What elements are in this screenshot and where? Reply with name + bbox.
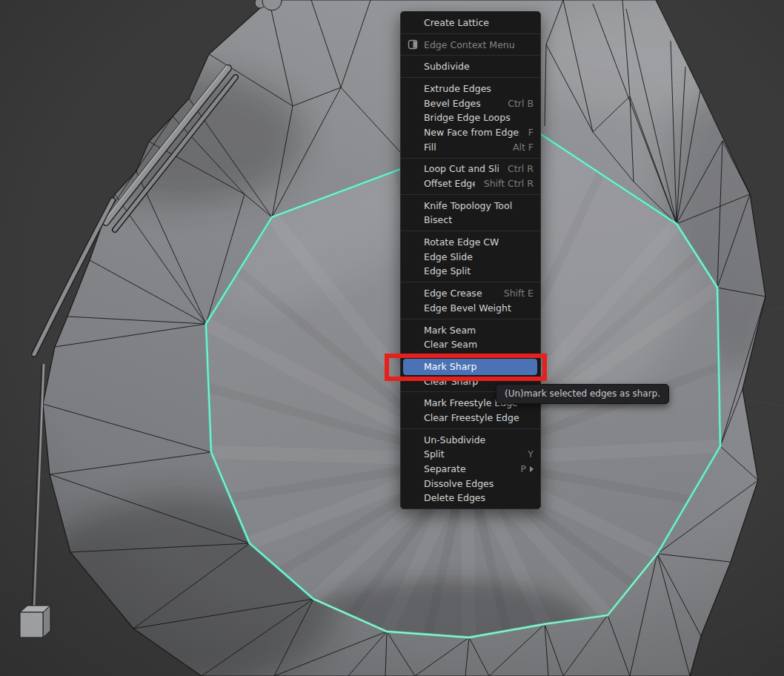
menu-item-dissolve-edges[interactable]: Dissolve Edges — [401, 476, 540, 491]
menu-item-edge-slide[interactable]: Edge Slide — [401, 249, 540, 264]
menu-item-label: Edge Split — [424, 265, 534, 276]
menu-item-un-subdivide[interactable]: Un-Subdivide — [401, 432, 540, 447]
menu-item-new-face-from-edges[interactable]: New Face from EdgesF — [401, 125, 540, 140]
menu-item-fill[interactable]: FillAlt F — [401, 139, 540, 154]
menu-item-shortcut: F — [528, 127, 534, 138]
menu-item-loop-cut-and-slide[interactable]: Loop Cut and SlideCtrl R — [401, 162, 540, 176]
menu-section: Mark SeamClear Seam — [401, 319, 540, 355]
menu-item-label: Loop Cut and Slide — [424, 163, 499, 174]
menu-item-offset-edge-slide[interactable]: Offset Edge SlideShift Ctrl R — [401, 176, 540, 191]
menu-item-edge-split[interactable]: Edge Split — [401, 264, 540, 279]
blender-3d-viewport[interactable]: Create LatticeEdge Context MenuSubdivide… — [0, 0, 784, 676]
menu-item-label: Subdivide — [424, 61, 534, 72]
menu-item-label: Offset Edge Slide — [424, 178, 475, 189]
menu-item-label: New Face from Edges — [424, 127, 519, 138]
menu-item-knife-topology-tool[interactable]: Knife Topology Tool — [401, 198, 540, 213]
menu-item-delete-edges[interactable]: Delete Edges — [401, 491, 540, 506]
tooltip: (Un)mark selected edges as sharp. — [496, 384, 669, 404]
menu-section: Edge CreaseShift EEdge Bevel Weight — [401, 282, 540, 318]
menu-item-label: Delete Edges — [424, 492, 534, 503]
menu-item-label: Dissolve Edges — [424, 478, 534, 489]
menu-item-label: Bridge Edge Loops — [424, 112, 534, 123]
menu-item-shortcut: Ctrl R — [508, 163, 534, 174]
menu-item-label: Create Lattice — [424, 17, 534, 28]
menu-item-label: Separate — [424, 463, 511, 474]
menu-item-clear-seam[interactable]: Clear Seam — [401, 337, 540, 352]
menu-section: Create Lattice — [401, 12, 540, 33]
menu-item-rotate-edge-cw[interactable]: Rotate Edge CW — [401, 235, 540, 250]
menu-item-bridge-edge-loops[interactable]: Bridge Edge Loops — [401, 110, 540, 125]
menu-section: Mark Sharp(Un)mark selected edges as sha… — [401, 355, 540, 391]
menu-item-label: Edge Crease — [424, 288, 495, 299]
menu-item-label: Clear Freestyle Edge — [424, 412, 534, 423]
menu-item-create-lattice[interactable]: Create Lattice — [401, 16, 540, 30]
menu-item-shortcut: P — [520, 463, 526, 474]
menu-item-clear-freestyle-edge[interactable]: Clear Freestyle Edge — [401, 411, 540, 425]
menu-item-label: Bevel Edges — [424, 98, 499, 109]
menu-item-label: Mark Seam — [424, 325, 534, 336]
menu-item-subdivide[interactable]: Subdivide — [401, 59, 540, 74]
menu-item-separate[interactable]: SeparateP — [401, 462, 540, 477]
menu-item-label: Edge Slide — [424, 251, 534, 262]
menu-item-mark-seam[interactable]: Mark Seam — [401, 322, 540, 337]
menu-item-label: Extrude Edges — [424, 83, 534, 94]
menu-item-bevel-edges[interactable]: Bevel EdgesCtrl B — [401, 96, 540, 110]
menu-section: Rotate Edge CWEdge SlideEdge Split — [401, 231, 540, 282]
menu-item-label: Knife Topology Tool — [424, 200, 534, 211]
menu-item-label: Mark Sharp — [424, 361, 534, 372]
menu-section: Edge Context Menu — [401, 33, 540, 56]
menu-item-label: Rotate Edge CW — [424, 236, 534, 248]
vignette — [0, 0, 784, 676]
menu-item-shortcut: Shift E — [504, 288, 534, 299]
menu-item-label: Clear Seam — [424, 339, 534, 350]
menu-item-edge-crease[interactable]: Edge CreaseShift E — [401, 286, 540, 301]
edge-context-menu-icon — [408, 39, 418, 50]
menu-item-mark-sharp[interactable]: Mark Sharp(Un)mark selected edges as sha… — [401, 359, 540, 374]
menu-item-edge-bevel-weight[interactable]: Edge Bevel Weight — [401, 301, 540, 316]
menu-item-label: Edge Bevel Weight — [424, 302, 534, 314]
menu-section: Extrude EdgesBevel EdgesCtrl BBridge Edg… — [401, 77, 540, 157]
menu-item-label: Bisect — [424, 214, 534, 225]
menu-header-label: Edge Context Menu — [424, 39, 515, 50]
menu-header: Edge Context Menu — [401, 37, 540, 52]
menu-item-shortcut: Shift Ctrl R — [484, 178, 534, 189]
menu-item-shortcut: Ctrl B — [508, 98, 534, 109]
menu-item-shortcut: Y — [528, 448, 534, 460]
viewport-scene — [0, 0, 784, 676]
menu-item-label: Split — [424, 448, 519, 460]
menu-section: Un-SubdivideSplitYSeparatePDissolve Edge… — [401, 428, 540, 508]
menu-item-shortcut: Alt F — [513, 142, 534, 153]
menu-section: Loop Cut and SlideCtrl ROffset Edge Slid… — [401, 158, 540, 194]
menu-item-split[interactable]: SplitY — [401, 447, 540, 462]
menu-section: Knife Topology ToolBisect — [401, 194, 540, 231]
menu-item-extrude-edges[interactable]: Extrude Edges — [401, 82, 540, 96]
menu-section: Subdivide — [401, 55, 540, 77]
submenu-arrow-icon — [530, 466, 534, 472]
menu-item-label: Un-Subdivide — [424, 434, 534, 445]
menu-item-bisect[interactable]: Bisect — [401, 213, 540, 228]
menu-item-label: Fill — [424, 142, 504, 153]
edge-context-menu: Create LatticeEdge Context MenuSubdivide… — [400, 11, 541, 509]
